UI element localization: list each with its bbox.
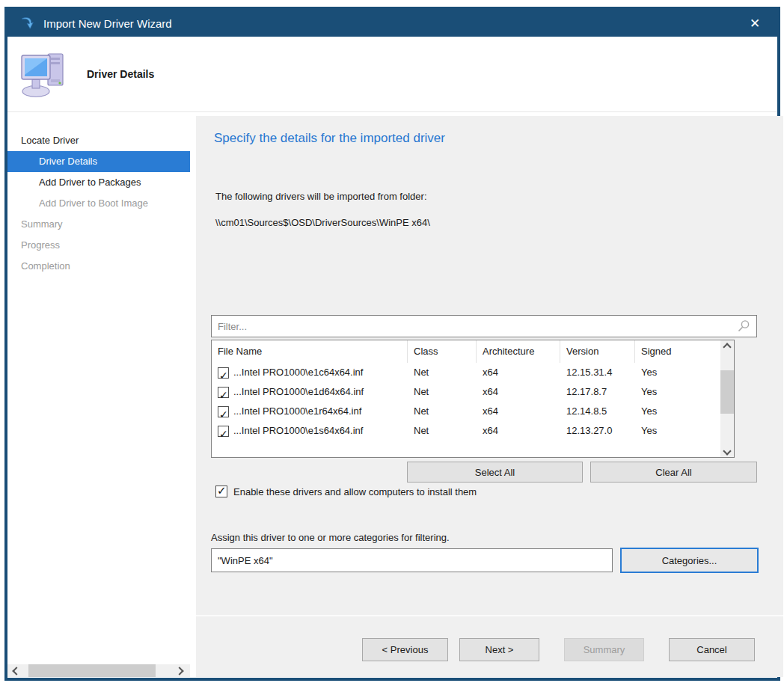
categories-button[interactable]: Categories... (620, 548, 759, 573)
row-checkbox[interactable] (218, 367, 229, 379)
table-vertical-scrollbar[interactable] (720, 340, 734, 457)
page-title: Driver Details (87, 68, 154, 80)
cell-file-name: ...Intel PRO1000\e1r64x64.inf (233, 402, 361, 421)
cell-class: Net (408, 363, 477, 382)
sidebar-item-add-driver-boot-image[interactable]: Add Driver to Boot Image (7, 193, 190, 214)
summary-button: Summary (564, 638, 644, 661)
table-row[interactable]: ...Intel PRO1000\e1d64x64.inf Net x64 12… (212, 382, 734, 402)
cell-file-name: ...Intel PRO1000\e1s64x64.inf (233, 421, 363, 441)
column-file-name[interactable]: File Name (212, 340, 408, 363)
title-bar: Import New Driver Wizard ✕ (7, 10, 777, 37)
cell-arch: x64 (477, 382, 560, 402)
cell-version: 12.15.31.4 (560, 363, 635, 382)
row-checkbox[interactable] (218, 426, 229, 437)
sidebar-horizontal-scrollbar[interactable] (7, 664, 190, 677)
filter-box (211, 315, 757, 337)
sidebar-item-completion[interactable]: Completion (7, 256, 190, 277)
search-icon (737, 319, 750, 333)
cell-file-name: ...Intel PRO1000\e1c64x64.inf (233, 363, 363, 382)
column-version[interactable]: Version (560, 340, 635, 363)
column-class[interactable]: Class (408, 340, 477, 363)
assign-category-label: Assign this driver to one or more catego… (211, 532, 450, 543)
wizard-arrow-icon (19, 15, 36, 31)
scroll-up-icon[interactable] (723, 343, 731, 351)
cell-class: Net (408, 382, 477, 402)
next-button[interactable]: Next > (459, 638, 539, 661)
enable-drivers-checkbox[interactable] (215, 486, 227, 497)
column-signed[interactable]: Signed (635, 340, 707, 363)
sidebar-item-locate-driver[interactable]: Locate Driver (7, 130, 190, 151)
footer-divider (196, 615, 783, 616)
scrollbar-thumb[interactable] (28, 664, 156, 677)
wizard-window: Import New Driver Wizard ✕ Driver Detail… (4, 7, 780, 681)
cell-class: Net (408, 421, 477, 441)
cancel-button[interactable]: Cancel (669, 638, 755, 661)
select-all-button[interactable]: Select All (407, 462, 583, 483)
cell-version: 12.13.27.0 (560, 421, 635, 441)
driver-source-path: \\cm01\Sources$\OSD\DriverSources\WinPE … (215, 217, 430, 228)
sidebar-item-driver-details[interactable]: Driver Details (7, 151, 190, 172)
cell-arch: x64 (477, 402, 560, 421)
previous-button[interactable]: < Previous (362, 638, 448, 661)
cell-file-name: ...Intel PRO1000\e1d64x64.inf (233, 382, 364, 402)
wizard-header: Driver Details (7, 37, 777, 112)
scrollbar-thumb[interactable] (720, 370, 734, 414)
clear-all-button[interactable]: Clear All (590, 462, 757, 483)
scroll-down-icon[interactable] (723, 447, 731, 455)
cell-arch: x64 (477, 421, 560, 441)
cell-class: Net (408, 402, 477, 421)
filter-input[interactable] (212, 321, 737, 332)
scroll-right-icon[interactable] (175, 667, 183, 675)
scroll-left-icon[interactable] (12, 667, 20, 675)
cell-version: 12.17.8.7 (560, 382, 635, 402)
window-title: Import New Driver Wizard (43, 17, 172, 30)
computer-icon (19, 49, 69, 99)
column-architecture[interactable]: Architecture (477, 340, 560, 363)
cell-signed: Yes (635, 421, 707, 441)
sidebar-item-summary[interactable]: Summary (7, 214, 190, 235)
row-checkbox[interactable] (218, 387, 229, 398)
row-checkbox[interactable] (218, 406, 229, 417)
import-intro-text: The following drivers will be imported f… (215, 191, 427, 202)
cell-version: 12.14.8.5 (560, 402, 635, 421)
cell-signed: Yes (635, 363, 707, 382)
close-icon[interactable]: ✕ (740, 10, 770, 37)
table-header-row: File Name Class Architecture Version Sig… (212, 340, 734, 363)
drivers-table: File Name Class Architecture Version Sig… (211, 340, 735, 458)
content-pane: Specify the details for the imported dri… (196, 116, 783, 677)
cell-signed: Yes (635, 382, 707, 402)
table-row[interactable]: ...Intel PRO1000\e1r64x64.inf Net x64 12… (212, 402, 734, 421)
table-row[interactable]: ...Intel PRO1000\e1c64x64.inf Net x64 12… (212, 363, 734, 382)
categories-field[interactable] (211, 548, 613, 572)
pane-heading: Specify the details for the imported dri… (214, 131, 445, 146)
sidebar-item-add-driver-packages[interactable]: Add Driver to Packages (7, 172, 190, 193)
cell-arch: x64 (477, 363, 560, 382)
wizard-steps-sidebar: Locate Driver Driver Details Add Driver … (7, 112, 190, 677)
sidebar-item-progress[interactable]: Progress (7, 235, 190, 256)
table-row[interactable]: ...Intel PRO1000\e1s64x64.inf Net x64 12… (212, 421, 734, 441)
cell-signed: Yes (635, 402, 707, 421)
enable-drivers-label: Enable these drivers and allow computers… (233, 486, 477, 497)
